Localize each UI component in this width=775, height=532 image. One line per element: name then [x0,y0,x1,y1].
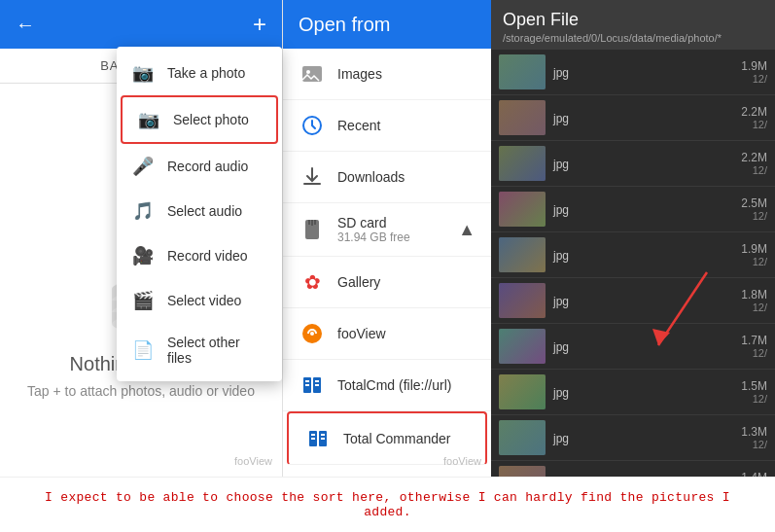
file-item[interactable]: jpg 1.9M 12/ [491,232,775,278]
file-size: 2.5M [741,196,767,210]
file-meta: 2.5M 12/ [741,196,767,222]
svg-rect-13 [314,220,316,225]
svg-rect-11 [308,220,310,225]
file-thumb [499,374,546,409]
sdcard-label: SD card [337,215,410,231]
svg-rect-19 [315,380,319,382]
images-icon [299,60,326,88]
file-item[interactable]: jpg 2.5M 12/ [491,187,775,232]
select-video-label: Select video [167,293,241,308]
back-button[interactable]: ← [16,14,35,36]
file-date: 12/ [741,210,767,222]
file-info: jpg [553,383,741,401]
fooview-watermark-mid: fooView [443,455,481,467]
left-panel: ← + BASIC INFO 📷 Take a photo 📷 Select p… [0,0,282,477]
file-size: 1.9M [741,242,767,256]
svg-rect-20 [305,384,309,386]
sdcard-sub: 31.94 GB free [337,231,410,244]
file-meta: 2.2M 12/ [741,105,767,130]
svg-rect-12 [311,220,313,226]
totalcmd-icon [299,372,326,399]
file-item[interactable]: jpg 1.3M 12/ [491,415,775,461]
file-item[interactable]: jpg 1.7M 12/ [491,324,775,370]
add-button[interactable]: + [253,11,266,38]
middle-item-sdcard[interactable]: SD card 31.94 GB free ▲ [283,203,491,257]
file-size: 1.9M [741,59,767,73]
file-meta: 1.7M 12/ [741,334,767,359]
recent-icon [299,112,326,139]
file-item[interactable]: jpg 1.5M 12/ [491,370,775,415]
file-item[interactable]: jpg 1.4M 12/ [491,461,775,477]
file-item[interactable]: jpg 1.9M 12/ [491,50,775,95]
left-header: ← + [0,0,282,49]
file-item[interactable]: jpg 2.2M 12/ [491,141,775,187]
svg-rect-18 [305,380,309,382]
select-video-icon: 🎬 [132,290,154,311]
svg-rect-26 [311,438,315,440]
file-date: 12/ [741,256,767,267]
svg-rect-21 [315,384,319,386]
middle-item-gallery[interactable]: ✿ Gallery [283,257,491,308]
take-photo-item[interactable]: 📷 Take a photo [117,51,282,95]
file-ext: jpg [553,158,569,171]
gallery-label: Gallery [337,274,380,290]
svg-rect-27 [321,438,325,440]
middle-item-recent[interactable]: Recent [283,100,491,152]
middle-item-downloads[interactable]: Downloads [283,152,491,203]
recent-label: Recent [337,118,380,133]
select-audio-item[interactable]: 🎵 Select audio [117,189,282,233]
record-audio-item[interactable]: 🎤 Record audio [117,144,282,189]
select-photo-item[interactable]: 📷 Select photo [121,95,278,144]
right-path: /storage/emulated/0/Locus/data/media/pho… [503,32,763,44]
file-size: 1.7M [741,334,767,347]
gallery-icon: ✿ [299,268,326,296]
bottom-message: I expect to be able to choose the sort h… [19,490,756,519]
file-ext: jpg [553,386,569,400]
file-info: jpg [553,429,741,446]
downloads-icon [299,163,326,191]
svg-point-15 [310,332,314,336]
file-ext: jpg [553,295,569,308]
middle-item-images[interactable]: Images [283,49,491,100]
file-info: jpg [553,200,741,218]
file-info: jpg [553,246,741,264]
file-meta: 1.9M 12/ [741,242,767,267]
file-size: 1.3M [741,425,767,439]
file-item[interactable]: jpg 1.8M 12/ [491,278,775,324]
record-video-item[interactable]: 🎥 Record video [117,233,282,278]
total-commander-icon [304,425,332,452]
file-ext: jpg [553,112,569,125]
file-meta: 1.3M 12/ [741,425,767,450]
file-thumb [499,329,546,364]
file-ext: jpg [553,340,569,354]
file-date: 12/ [741,164,767,176]
select-video-item[interactable]: 🎬 Select video [117,278,282,323]
file-date: 12/ [741,439,767,450]
file-info: jpg [553,155,741,172]
bottom-text: I expect to be able to choose the sort h… [0,477,775,532]
file-date: 12/ [741,73,767,85]
dropdown-menu: 📷 Take a photo 📷 Select photo 🎤 Record a… [117,47,282,381]
svg-rect-25 [321,434,325,436]
middle-item-fooview[interactable]: fooView [283,308,491,360]
file-date: 12/ [741,393,767,405]
file-meta: 1.8M 12/ [741,288,767,313]
nothing-sub: Tap + to attach photos, audio or video [19,383,263,399]
file-thumb [499,466,546,477]
file-item[interactable]: jpg 2.2M 12/ [491,95,775,141]
downloads-label: Downloads [337,169,405,185]
middle-header: Open from [283,0,491,49]
select-photo-label: Select photo [173,112,249,127]
file-size: 1.5M [741,379,767,393]
totalcmd-label: TotalCmd (file://url) [337,377,451,393]
select-photo-icon: 📷 [138,109,159,130]
file-info: jpg [553,109,741,126]
middle-item-totalcmd[interactable]: TotalCmd (file://url) [283,360,491,411]
fooview-watermark-left: fooView [234,455,272,467]
file-meta: 1.5M 12/ [741,379,767,405]
file-date: 12/ [741,119,767,130]
select-other-item[interactable]: 📄 Select other files [117,323,282,377]
file-size: 2.2M [741,105,767,119]
file-size: 1.8M [741,288,767,301]
select-other-icon: 📄 [132,339,154,361]
